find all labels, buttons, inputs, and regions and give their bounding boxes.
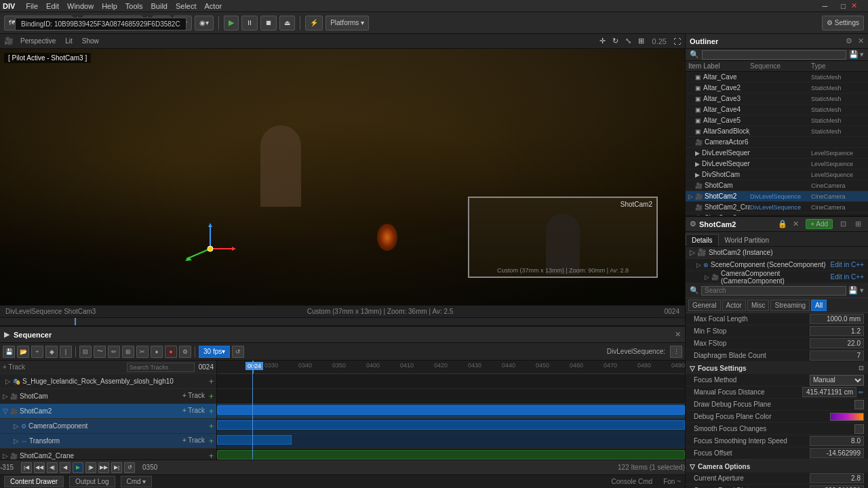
menu-window[interactable]: Window bbox=[67, 2, 94, 10]
seq-save-btn[interactable]: 💾 bbox=[3, 346, 15, 358]
track-add-shotcam2[interactable]: + Track bbox=[182, 407, 205, 416]
details-filter-icon[interactable]: ▾ bbox=[860, 286, 864, 295]
diaphragm-value[interactable]: 7 bbox=[810, 350, 864, 361]
mode-btn[interactable]: ◉▾ bbox=[195, 16, 214, 30]
seq-record-btn[interactable]: ● bbox=[165, 346, 177, 358]
window-maximize[interactable]: □ bbox=[841, 2, 846, 10]
ol-item-shotcam[interactable]: 🎥 ShotCam CineCamera bbox=[686, 180, 868, 191]
track-add-btn[interactable]: + bbox=[209, 377, 214, 386]
seq-curve-btn[interactable]: 〜 bbox=[94, 346, 106, 358]
seq-edit-btn[interactable]: ✏ bbox=[108, 346, 120, 358]
track-row-rock[interactable]: ▷ 🎭 S_Huge_Icelandic_Rock_Assembly_slosh… bbox=[0, 374, 216, 389]
track-add-btn3[interactable]: + bbox=[209, 407, 214, 416]
seq-open-btn[interactable]: 📂 bbox=[17, 346, 29, 358]
details-settings-icon[interactable]: ⚙ bbox=[690, 220, 696, 228]
seq-snap-btn[interactable]: ⊞ bbox=[122, 346, 134, 358]
manual-focus-value[interactable]: 415.471191 cm bbox=[802, 387, 856, 397]
tab-cmd[interactable]: Cmd ▾ bbox=[121, 476, 153, 487]
minfstop-value[interactable]: 1.2 bbox=[810, 326, 864, 336]
focus-interp-value[interactable]: 8.0 bbox=[810, 436, 864, 446]
menu-actor[interactable]: Actor bbox=[205, 2, 222, 10]
menu-edit[interactable]: Edit bbox=[46, 2, 59, 10]
seq-settings-btn[interactable]: ⚙ bbox=[179, 346, 191, 358]
ol-item-cameraactor6[interactable]: 🎥 CameraActor6 bbox=[686, 137, 868, 148]
edit-icon-focus[interactable]: ✏ bbox=[859, 389, 864, 396]
track-add-crane[interactable]: + bbox=[209, 451, 214, 460]
cur-focal-dist-value[interactable]: 809.311981 bbox=[810, 485, 864, 488]
draw-debug-checkbox[interactable] bbox=[854, 400, 864, 409]
filter-tab-all[interactable]: All bbox=[811, 300, 827, 311]
ol-item-altar-cave3[interactable]: ▣ Altar_Cave3 StaticMesh bbox=[686, 94, 868, 104]
track-row-transform[interactable]: ▷ ↔ Transform + Track + bbox=[0, 434, 216, 449]
track-row-shotcam[interactable]: ▷ 🎥 ShotCam + Track + bbox=[0, 389, 216, 404]
outliner-settings-icon[interactable]: ⚙ bbox=[846, 37, 852, 45]
track-row-camcomp[interactable]: ▷ ⚙ CameraComponent BindingID: 10B99B394… bbox=[0, 419, 216, 434]
pb-loop[interactable]: ↺ bbox=[124, 462, 135, 473]
seq-mark-btn[interactable]: | bbox=[60, 346, 72, 358]
ol-item-divshotcam[interactable]: ▶ DivShotCam LevelSequence bbox=[686, 169, 868, 180]
seq-loop-btn[interactable]: ↺ bbox=[232, 346, 244, 358]
filter-tab-general[interactable]: General bbox=[688, 300, 721, 311]
transform-gizmo[interactable] bbox=[183, 222, 237, 276]
smooth-focus-checkbox[interactable] bbox=[854, 424, 864, 434]
pb-to-start[interactable]: |◀ bbox=[21, 462, 32, 473]
scrubber-area[interactable] bbox=[0, 317, 685, 325]
track-add-shotcam[interactable]: + Track bbox=[182, 392, 205, 401]
focus-section-header[interactable]: ▽ Focus Settings ⊡ bbox=[686, 362, 868, 374]
ol-item-altar-cave5[interactable]: ▣ Altar_Cave5 StaticMesh bbox=[686, 115, 868, 126]
vp-translate-icon[interactable]: ✛ bbox=[599, 37, 606, 45]
tab-output-log[interactable]: Output Log bbox=[69, 476, 115, 487]
seq-menu-btn[interactable]: ⋮ bbox=[670, 346, 682, 358]
debug-color-swatch[interactable] bbox=[830, 413, 864, 421]
eject-btn[interactable]: ⏏ bbox=[279, 16, 295, 30]
menu-file[interactable]: File bbox=[26, 2, 38, 10]
track-row-shotcam2[interactable]: ▽ 🎥 ShotCam2 + Track + bbox=[0, 404, 216, 419]
details-expand-icon[interactable]: ⊞ bbox=[852, 218, 864, 230]
track-row-crane[interactable]: ▷ 🎥 ShotCam2_Crane + bbox=[0, 449, 216, 460]
window-close[interactable]: ✕ bbox=[851, 1, 857, 10]
ol-item-divlvlseq-sh[interactable]: ▶ DivLevelSequence_Sh LevelSequence bbox=[686, 159, 868, 169]
play-button[interactable]: ▶ bbox=[224, 16, 239, 30]
ol-item-shotcam2crane[interactable]: 🎥 ShotCam2_Crane DivLevelSequence CineCa… bbox=[686, 202, 868, 213]
menu-select[interactable]: Select bbox=[176, 2, 197, 10]
tab-world-partition[interactable]: World Partition bbox=[719, 234, 775, 246]
perspective-btn[interactable]: Perspective bbox=[18, 37, 58, 45]
details-close-icon[interactable]: ✕ bbox=[793, 220, 799, 228]
seq-key-btn[interactable]: ◆ bbox=[45, 346, 58, 358]
filter-tab-misc[interactable]: Misc bbox=[747, 300, 770, 311]
seq-fps-dropdown[interactable]: 30 fps ▾ bbox=[199, 346, 230, 358]
track-add-camcomp[interactable]: + bbox=[209, 422, 214, 431]
vp-rotate-icon[interactable]: ↻ bbox=[612, 37, 618, 45]
seq-filter-btn[interactable]: ⊟ bbox=[79, 346, 92, 358]
ol-item-altar-cave[interactable]: ▣ Altar_Cave StaticMesh bbox=[686, 72, 868, 83]
seq-trim-btn[interactable]: ✂ bbox=[136, 346, 149, 358]
ol-item-shotcam3[interactable]: 🎥 ShotCam3 CineCamera bbox=[686, 213, 868, 216]
comp-camera-row[interactable]: ▷ 🎥 CameraComponent (CameraComponent) Ed… bbox=[686, 271, 868, 283]
menu-help[interactable]: Help bbox=[102, 2, 117, 10]
platforms-btn[interactable]: Platforms ▾ bbox=[326, 16, 369, 30]
pb-to-end[interactable]: ▶| bbox=[111, 462, 122, 473]
focus-method-select[interactable]: Manual bbox=[810, 375, 864, 386]
track-add-transform[interactable]: + Track bbox=[182, 436, 205, 446]
seq-marker-btn[interactable]: ♦ bbox=[151, 346, 163, 358]
outliner-filter-icon[interactable]: ▾ bbox=[860, 50, 864, 59]
details-search-input[interactable] bbox=[701, 286, 846, 296]
launch-btn[interactable]: ⚡ bbox=[305, 16, 323, 30]
scene-edit-link[interactable]: Edit in C++ bbox=[831, 261, 864, 268]
focus-collapse-icon[interactable]: ⊡ bbox=[859, 365, 864, 371]
timeline-shotcam2-row[interactable] bbox=[217, 404, 685, 419]
show-btn[interactable]: Show bbox=[79, 37, 102, 45]
maxfstop-value[interactable]: 22.0 bbox=[810, 338, 864, 348]
maxfocal-value[interactable]: 1000.0 mm bbox=[810, 314, 864, 324]
pb-step-fwd[interactable]: ▶▶ bbox=[98, 462, 109, 473]
menu-tools[interactable]: Tools bbox=[125, 2, 143, 10]
tab-content-drawer[interactable]: Content Drawer bbox=[4, 476, 64, 487]
ol-item-divlvlseq[interactable]: ▶ DivLevelSequence LevelSequence bbox=[686, 148, 868, 159]
ol-item-altar-cave4[interactable]: ▣ Altar_Cave4 StaticMesh bbox=[686, 104, 868, 115]
viewport-3d[interactable]: ShotCam2 Custom (37mm x 13mm) | Zoom: 90… bbox=[0, 49, 685, 305]
pb-prev-key[interactable]: ◀| bbox=[47, 462, 58, 473]
pb-play-reverse[interactable]: ◀ bbox=[60, 462, 71, 473]
details-save-icon[interactable]: 💾 bbox=[848, 286, 858, 295]
vp-grid-icon[interactable]: ⊞ bbox=[638, 37, 644, 45]
pb-play[interactable]: ▶ bbox=[73, 462, 83, 473]
